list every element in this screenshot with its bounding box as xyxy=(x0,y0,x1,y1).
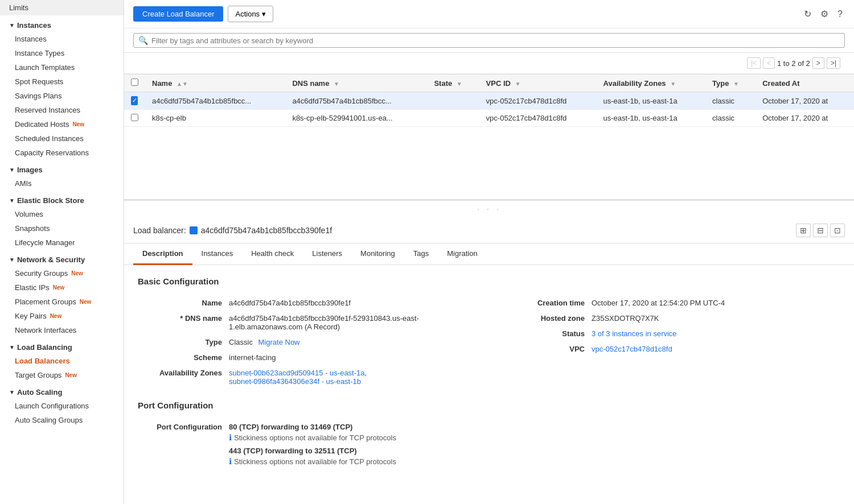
row-checkbox-checked[interactable] xyxy=(131,96,138,105)
row-dns-name: a4c6dfd75b47a4b1cb85fbcc... xyxy=(285,92,427,110)
col-created-at[interactable]: Created At xyxy=(756,75,854,92)
sort-icon: ▲▼ xyxy=(176,81,188,87)
pagination-next-button[interactable]: > xyxy=(812,57,824,69)
sidebar-item-scheduled-instances[interactable]: Scheduled Instances xyxy=(0,131,124,146)
row-az: us-east-1b, us-east-1a xyxy=(597,92,706,110)
sort-icon: ▼ xyxy=(733,81,739,87)
chevron-down-icon: ▼ xyxy=(9,167,15,173)
sidebar-item-security-groups[interactable]: Security Groups New xyxy=(0,266,124,280)
tab-monitoring[interactable]: Monitoring xyxy=(351,243,404,265)
sidebar-item-spot-requests[interactable]: Spot Requests xyxy=(0,75,124,89)
config-label-creation-time: Creation time xyxy=(500,299,592,307)
col-type[interactable]: Type ▼ xyxy=(705,75,756,92)
port-config-label: Port Configuration xyxy=(138,423,229,431)
select-all-checkbox[interactable] xyxy=(131,79,138,86)
config-row-status: Status 3 of 3 instances in service xyxy=(500,326,840,341)
config-label-vpc: VPC xyxy=(500,345,592,353)
sidebar-item-launch-templates[interactable]: Launch Templates xyxy=(0,60,124,75)
sidebar-section-load-balancing[interactable]: ▼ Load Balancing xyxy=(0,337,124,354)
table-row[interactable]: k8s-cp-elb k8s-cp-elb-529941001.us-ea...… xyxy=(124,110,854,127)
table-row[interactable]: a4c6dfd75b47a4b1cb85fbcc... a4c6dfd75b47… xyxy=(124,92,854,110)
top-utility-icons: ↻ ⚙ ? xyxy=(802,7,845,20)
sidebar-item-capacity-reservations[interactable]: Capacity Reservations xyxy=(0,146,124,160)
config-row-az: Availability Zones subnet-00b623acd9d509… xyxy=(138,365,478,389)
sidebar-item-load-balancers[interactable]: Load Balancers xyxy=(0,354,124,368)
pagination-first-button[interactable]: |< xyxy=(747,57,761,69)
sidebar-section-instances[interactable]: ▼ Instances xyxy=(0,15,124,32)
tab-listeners[interactable]: Listeners xyxy=(303,243,351,265)
port-2-value: 443 (TCP) forwarding to 32511 (TCP) xyxy=(229,447,840,455)
tab-tags[interactable]: Tags xyxy=(404,243,438,265)
refresh-icon[interactable]: ↻ xyxy=(802,7,814,20)
col-az[interactable]: Availability Zones ▼ xyxy=(597,75,706,92)
row-checkbox[interactable] xyxy=(131,114,138,121)
pagination-prev-button[interactable]: < xyxy=(763,57,775,69)
tab-instances[interactable]: Instances xyxy=(192,243,243,265)
sidebar-item-placement-groups[interactable]: Placement Groups New xyxy=(0,295,124,309)
sidebar-item-amis[interactable]: AMIs xyxy=(0,176,124,191)
port-1-note: ℹ Stickiness options not available for T… xyxy=(229,433,840,442)
sidebar-item-elastic-ips[interactable]: Elastic IPs New xyxy=(0,280,124,295)
sidebar-item-auto-scaling-groups[interactable]: Auto Scaling Groups xyxy=(0,413,124,427)
sidebar-section-network[interactable]: ▼ Network & Security xyxy=(0,250,124,266)
config-row-hosted-zone: Hosted zone Z35SXDOTRQ7X7K xyxy=(500,311,840,326)
sidebar-item-volumes[interactable]: Volumes xyxy=(0,207,124,221)
config-value-az: subnet-00b623acd9d509415 - us-east-1a, s… xyxy=(229,369,478,386)
port-config-value: 80 (TCP) forwarding to 31469 (TCP) ℹ Sti… xyxy=(229,423,840,466)
pagination-count: 1 to 2 of 2 xyxy=(777,59,810,68)
detail-icon-btn-1[interactable]: ⊞ xyxy=(796,224,811,237)
row-vpc-id: vpc-052c17cb478d1c8fd xyxy=(479,110,597,127)
sidebar-section-images[interactable]: ▼ Images xyxy=(0,160,124,176)
sidebar-item-target-groups[interactable]: Target Groups New xyxy=(0,368,124,382)
col-state[interactable]: State ▼ xyxy=(427,75,479,92)
chevron-down-icon: ▼ xyxy=(9,344,15,350)
chevron-down-icon: ▾ xyxy=(262,10,266,18)
config-label-status: Status xyxy=(500,329,592,338)
sidebar-section-ebs[interactable]: ▼ Elastic Block Store xyxy=(0,191,124,207)
basic-config-right: Creation time October 17, 2020 at 12:54:… xyxy=(500,295,840,389)
sidebar-item-lifecycle-manager[interactable]: Lifecycle Manager xyxy=(0,236,124,250)
sidebar-item-snapshots[interactable]: Snapshots xyxy=(0,221,124,236)
basic-config-grid: Name a4c6dfd75b47a4b1cb85fbccb390fe1f * … xyxy=(138,295,840,389)
row-type: classic xyxy=(705,92,756,110)
vpc-link[interactable]: vpc-052c17cb478d1c8fd xyxy=(592,345,672,353)
detail-icon-btn-3[interactable]: ⊡ xyxy=(830,224,845,237)
help-icon[interactable]: ? xyxy=(835,8,845,20)
chevron-down-icon: ▼ xyxy=(9,389,15,395)
sidebar-item-network-interfaces[interactable]: Network Interfaces xyxy=(0,323,124,337)
sidebar-item-dedicated-hosts[interactable]: Dedicated Hosts New xyxy=(0,117,124,131)
sidebar-item-limits[interactable]: Limits xyxy=(0,0,124,15)
az-link-1[interactable]: subnet-00b623acd9d509415 - us-east-1a xyxy=(229,369,365,377)
actions-button[interactable]: Actions ▾ xyxy=(228,6,273,22)
gear-icon[interactable]: ⚙ xyxy=(818,7,831,20)
config-value-hosted-zone: Z35SXDOTRQ7X7K xyxy=(592,314,840,323)
migrate-now-link[interactable]: Migrate Now xyxy=(258,338,300,346)
row-created-at: October 17, 2020 at xyxy=(756,110,854,127)
sidebar-item-savings-plans[interactable]: Savings Plans xyxy=(0,89,124,103)
sidebar-section-auto-scaling[interactable]: ▼ Auto Scaling xyxy=(0,382,124,399)
detail-panel: · · · Load balancer: a4c6dfd75b47a4b1cb8… xyxy=(124,199,854,504)
az-link-2[interactable]: subnet-0986fa4364306e34f - us-east-1b xyxy=(229,377,361,386)
config-value-scheme: internet-facing xyxy=(229,353,478,362)
sidebar-item-instances[interactable]: Instances xyxy=(0,32,124,46)
sidebar-item-launch-configurations[interactable]: Launch Configurations xyxy=(0,399,124,413)
detail-icon-btn-2[interactable]: ⊟ xyxy=(813,224,828,237)
sidebar-item-reserved-instances[interactable]: Reserved Instances xyxy=(0,103,124,117)
sort-icon: ▼ xyxy=(457,81,462,87)
col-vpc-id[interactable]: VPC ID ▼ xyxy=(479,75,597,92)
tab-description[interactable]: Description xyxy=(133,243,192,265)
row-created-at: October 17, 2020 at xyxy=(756,92,854,110)
col-dns-name[interactable]: DNS name ▼ xyxy=(285,75,427,92)
pagination-last-button[interactable]: >| xyxy=(827,57,840,69)
tab-migration[interactable]: Migration xyxy=(438,243,486,265)
sidebar-item-instance-types[interactable]: Instance Types xyxy=(0,46,124,60)
col-name[interactable]: Name ▲▼ xyxy=(145,75,285,92)
sidebar: Limits ▼ Instances Instances Instance Ty… xyxy=(0,0,124,504)
sidebar-item-key-pairs[interactable]: Key Pairs New xyxy=(0,309,124,323)
search-input[interactable] xyxy=(151,36,840,45)
status-link[interactable]: 3 of 3 instances in service xyxy=(592,329,677,338)
create-load-balancer-button[interactable]: Create Load Balancer xyxy=(133,6,223,22)
tab-health-check[interactable]: Health check xyxy=(242,243,303,265)
actions-label: Actions xyxy=(235,10,260,18)
detail-panel-icons: ⊞ ⊟ ⊡ xyxy=(796,224,845,237)
